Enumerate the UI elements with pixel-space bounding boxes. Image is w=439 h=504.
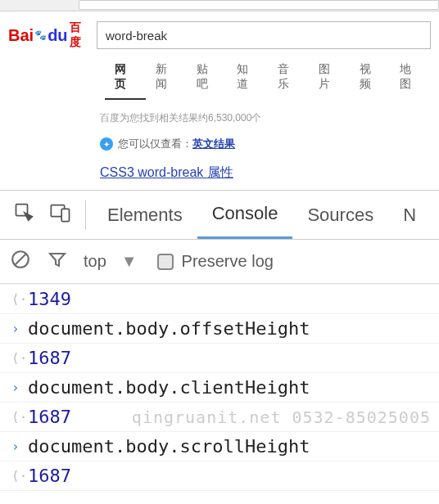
tab-music[interactable]: 音乐 — [268, 56, 309, 100]
console-row: › document.body.clientHeight — [0, 373, 439, 403]
svg-line-4 — [16, 254, 26, 265]
baidu-logo[interactable]: Bai🐾du百度 — [8, 21, 90, 49]
output-arrow-icon: ⟨· — [11, 409, 28, 425]
console-value: 1687 — [28, 348, 71, 368]
watermark-text: qingruanit.net 0532-85025005 — [132, 407, 431, 427]
tab-news[interactable]: 新闻 — [146, 56, 187, 100]
console-row: ⟨· 1687 — [0, 461, 439, 491]
tab-web[interactable]: 网页 — [105, 56, 146, 100]
console-value: 1687 — [28, 407, 71, 427]
console-value: 1349 — [28, 289, 71, 309]
search-input[interactable]: word-break — [97, 21, 431, 49]
clear-console-icon[interactable] — [10, 249, 31, 274]
input-arrow-icon: › — [11, 380, 28, 395]
context-label: top — [84, 252, 106, 271]
english-results-link[interactable]: 英文结果 — [192, 137, 235, 151]
console-output[interactable]: ⟨· 1349 › document.body.offsetHeight ⟨· … — [0, 284, 439, 504]
title-post: 属性 — [207, 165, 233, 179]
tab-tieba[interactable]: 贴吧 — [187, 56, 228, 100]
console-command: document.body.clientHeight — [28, 377, 310, 398]
search-header: Bai🐾du百度 word-break — [0, 11, 439, 56]
inspect-icon[interactable] — [13, 201, 36, 229]
preserve-log-checkbox[interactable] — [157, 254, 174, 270]
tab-map[interactable]: 地图 — [390, 56, 431, 100]
logo-cn: 百度 — [70, 20, 90, 50]
output-arrow-icon: ⟨· — [11, 468, 28, 484]
device-toggle-icon[interactable] — [49, 201, 72, 229]
tab-image[interactable]: 图片 — [309, 56, 350, 100]
console-row: › document.body.offsetHeight — [0, 314, 439, 344]
output-arrow-icon: ⟨· — [11, 350, 28, 366]
input-arrow-icon: › — [11, 439, 28, 454]
tab-zhidao[interactable]: 知道 — [227, 56, 268, 100]
tab-video[interactable]: 视频 — [350, 56, 391, 100]
result-count: 百度为您找到相关结果约6,530,000个 — [100, 111, 431, 125]
output-arrow-icon: ⟨· — [11, 291, 28, 307]
tab-more[interactable]: N — [388, 191, 431, 239]
input-arrow-icon: › — [11, 321, 28, 336]
devtools-panel: Elements Console Sources N top ▼ Preserv… — [0, 190, 439, 504]
console-value: 1687 — [28, 466, 71, 486]
category-tabs: 网页 新闻 贴吧 知道 音乐 图片 视频 地图 — [0, 56, 439, 100]
title-pre: CSS3 — [100, 165, 138, 179]
tab-elements[interactable]: Elements — [93, 191, 197, 239]
url-bar[interactable] — [79, 0, 439, 10]
title-keyword: word-break — [138, 165, 206, 179]
paw-icon: 🐾 — [34, 29, 47, 41]
devtools-tabs: Elements Console Sources N — [0, 191, 439, 240]
console-row: › document.body.scrollHeight — [0, 432, 439, 461]
result-1-title[interactable]: CSS3 word-break 属性 — [100, 164, 233, 182]
console-row: ⟨· 1687 qingruanit.net 0532-85025005 — [0, 403, 439, 432]
console-row: ⟨· 1349 — [0, 284, 439, 314]
console-row: ⟨· 1687 — [0, 344, 439, 373]
logo-part-du: du — [48, 26, 67, 45]
chevron-down-icon: ▼ — [121, 252, 138, 271]
preserve-log-label: Preserve log — [182, 252, 274, 271]
divider — [85, 200, 86, 230]
browser-chrome-top — [0, 0, 439, 11]
console-command: document.body.scrollHeight — [28, 436, 310, 457]
search-query-text: word-break — [106, 29, 167, 43]
context-selector[interactable]: top ▼ — [84, 252, 138, 271]
console-command: document.body.offsetHeight — [28, 318, 310, 339]
svg-rect-2 — [61, 209, 69, 221]
tab-sources[interactable]: Sources — [292, 191, 388, 239]
globe-icon: ✦ — [100, 137, 113, 151]
console-toolbar: top ▼ Preserve log — [0, 240, 439, 284]
filter-icon[interactable] — [48, 250, 67, 273]
hint-prefix: 您可以仅查看： — [118, 137, 192, 151]
language-hint: ✦ 您可以仅查看： 英文结果 — [100, 137, 431, 151]
logo-part-bai: Bai — [8, 26, 34, 45]
tab-console[interactable]: Console — [197, 191, 293, 239]
